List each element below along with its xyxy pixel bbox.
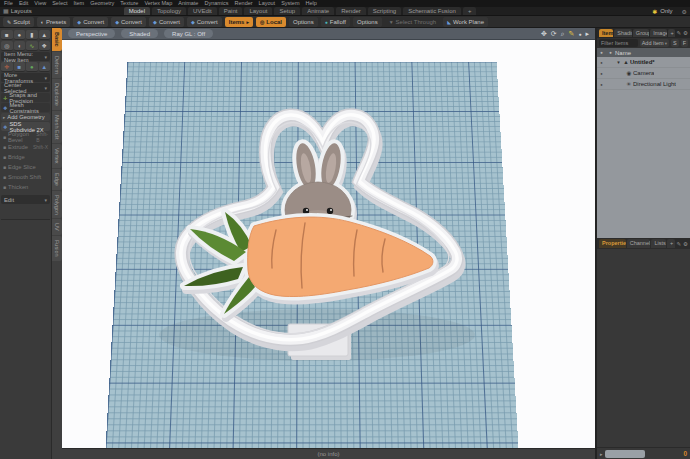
menu-edit[interactable]: Edit xyxy=(19,0,28,7)
tool-edge-slice[interactable]: ■ Edge Slice xyxy=(1,162,50,171)
tab-shading[interactable]: Shading xyxy=(614,29,632,37)
edit-view-icon[interactable]: ✎ xyxy=(569,30,575,38)
layout-tab-layout[interactable]: Layout xyxy=(244,7,272,15)
layout-tab-scripting[interactable]: Scripting xyxy=(368,7,401,15)
cookie-cutter-model[interactable] xyxy=(62,40,595,448)
layout-tab-topology[interactable]: Topology xyxy=(152,7,186,15)
layout-tab-uvedit[interactable]: UVEdit xyxy=(188,7,217,15)
vtab-basic[interactable]: Basic xyxy=(52,28,62,51)
layout-tab-render[interactable]: Render xyxy=(336,7,366,15)
item-row-camera[interactable]: ● ◉ Camera xyxy=(597,68,690,79)
add-tab-button[interactable]: + xyxy=(668,29,676,37)
menu-vertex-map[interactable]: Vertex Map xyxy=(144,0,172,7)
cube-item-button[interactable]: ■ xyxy=(14,62,26,72)
item-row-directional-light[interactable]: ● ☀ Directional Light xyxy=(597,79,690,90)
add-layout-tab-button[interactable]: + xyxy=(463,7,477,15)
tab-images[interactable]: Images xyxy=(650,29,666,37)
menu-select[interactable]: Select xyxy=(52,0,67,7)
vtab-uv[interactable]: UV xyxy=(52,219,62,235)
tool-smooth-shift[interactable]: ■ Smooth Shift xyxy=(1,172,50,181)
vtab-vertex[interactable]: Vertex xyxy=(52,144,62,168)
caret-right-icon[interactable]: ▸ xyxy=(600,451,603,457)
tool-bridge[interactable]: ■ Bridge xyxy=(1,152,50,161)
3d-viewport[interactable] xyxy=(62,40,595,448)
menu-animate[interactable]: Animate xyxy=(178,0,198,7)
menu-dynamics[interactable]: Dynamics xyxy=(204,0,228,7)
select-through-button[interactable]: ▼ Select Through xyxy=(385,17,441,27)
pencil-icon[interactable]: ✎ xyxy=(676,30,681,36)
layout-tab-model[interactable]: Model xyxy=(124,7,150,15)
menu-view[interactable]: View xyxy=(34,0,46,7)
filter-items-input[interactable]: Filter Items xyxy=(599,39,638,47)
tool-extrude[interactable]: ■ Extrude Shift-X xyxy=(1,142,50,151)
zoom-view-icon[interactable]: ⌕ xyxy=(561,30,565,38)
more-primitives-button[interactable]: ❖ xyxy=(39,41,51,51)
projection-selector[interactable]: Perspective xyxy=(68,29,115,38)
rotate-view-icon[interactable]: ⟳ xyxy=(551,30,557,38)
gear-icon[interactable]: ⚙ xyxy=(683,30,688,36)
add-tab-button[interactable]: + xyxy=(667,239,675,248)
raygl-toggle[interactable]: Ray GL : Off xyxy=(164,29,213,38)
filter-button[interactable]: F xyxy=(681,39,688,47)
tab-lists[interactable]: Lists xyxy=(651,239,666,248)
presets-button[interactable]: ◐ Presets xyxy=(37,17,70,27)
eye-icon[interactable]: ● xyxy=(597,71,606,76)
menu-help[interactable]: Help xyxy=(305,0,316,7)
mesh-constraints-button[interactable]: ❖ Mesh Constraints xyxy=(1,103,50,112)
cone-primitive-button[interactable]: ▲ xyxy=(39,30,51,40)
items-mode-button[interactable]: Items ▸ xyxy=(225,17,253,27)
gear-icon[interactable]: ⚙ xyxy=(682,8,687,15)
pencil-icon[interactable]: ✎ xyxy=(676,241,681,247)
falloff-options-button[interactable]: Options xyxy=(353,17,382,27)
sculpt-button[interactable]: ✎ Sculpt xyxy=(3,17,34,27)
tab-channels[interactable]: Channels xyxy=(627,239,651,248)
cylinder-primitive-button[interactable]: ▮ xyxy=(26,30,38,40)
vtab-polygon[interactable]: Polygon xyxy=(52,191,62,219)
curve-tool-button[interactable]: ∿ xyxy=(26,41,38,51)
action-center-options-button[interactable]: Options xyxy=(289,17,318,27)
convert-button-1[interactable]: ◆ Convert xyxy=(73,17,108,27)
eye-icon[interactable]: ● xyxy=(597,60,606,65)
torus-primitive-button[interactable]: ◎ xyxy=(1,41,13,51)
scope-button[interactable]: S xyxy=(671,39,679,47)
layout-tab-paint[interactable]: Paint xyxy=(219,7,243,15)
work-plane-button[interactable]: ◣ Work Plane xyxy=(443,17,488,27)
item-menu-dropdown[interactable]: Item Menu: New Item ▾ xyxy=(1,52,50,61)
sphere-primitive-button[interactable]: ● xyxy=(14,30,26,40)
only-toggle[interactable]: Only xyxy=(660,8,672,14)
menu-layout[interactable]: Layout xyxy=(259,0,276,7)
dot-icon[interactable]: ● xyxy=(578,31,581,37)
layouts-label[interactable]: Layouts xyxy=(11,8,32,14)
tab-items[interactable]: Items xyxy=(599,29,613,37)
vtab-edge[interactable]: Edge xyxy=(52,169,62,190)
convert-button-4[interactable]: ◆ Convert xyxy=(187,17,222,27)
menu-system[interactable]: System xyxy=(281,0,299,7)
gizmo-item-button[interactable]: ✛ xyxy=(1,62,13,72)
tool-polygon-bevel[interactable]: ■ Polygon Bevel Shift-B xyxy=(1,132,50,141)
local-action-center-button[interactable]: ◎ Local xyxy=(256,17,286,27)
shading-selector[interactable]: Shaded xyxy=(121,29,158,38)
tab-properties[interactable]: Properties xyxy=(599,239,626,248)
layout-tab-schematic-fusion[interactable]: Schematic Fusion xyxy=(403,7,461,15)
cube-primitive-button[interactable]: ■ xyxy=(1,30,13,40)
menu-item[interactable]: Item xyxy=(73,0,84,7)
item-row-untitled[interactable]: ● ▾ ▲ Untitled* xyxy=(597,57,690,68)
cone-item-button[interactable]: ▲ xyxy=(39,62,51,72)
tab-groups[interactable]: Groups xyxy=(633,29,649,37)
expand-twisty-icon[interactable]: ▾ xyxy=(615,59,622,65)
gear-icon[interactable]: ⚙ xyxy=(683,241,688,247)
capsule-primitive-button[interactable]: ◖ xyxy=(14,41,26,51)
eye-icon[interactable]: ● xyxy=(597,82,606,87)
vtab-fusion[interactable]: Fusion xyxy=(52,236,62,261)
footer-input-field[interactable] xyxy=(605,450,645,458)
expand-arrow-icon[interactable]: ▸ xyxy=(585,30,589,38)
menu-texture[interactable]: Texture xyxy=(120,0,138,7)
layout-tab-animate[interactable]: Animate xyxy=(302,7,334,15)
add-item-dropdown[interactable]: Add Item ▾ xyxy=(640,39,669,47)
convert-button-2[interactable]: ◆ Convert xyxy=(111,17,146,27)
convert-button-3[interactable]: ◆ Convert xyxy=(149,17,184,27)
name-column-header[interactable]: Name xyxy=(615,50,631,56)
tool-thicken[interactable]: ■ Thicken xyxy=(1,182,50,191)
menu-render[interactable]: Render xyxy=(235,0,253,7)
layout-tab-setup[interactable]: Setup xyxy=(274,7,300,15)
